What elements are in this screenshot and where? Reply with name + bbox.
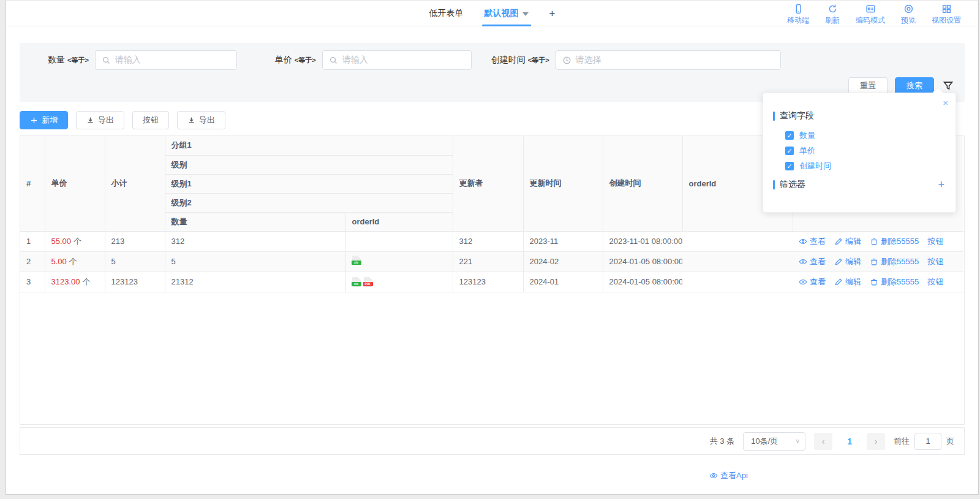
create-time-operator[interactable]: <等于> <box>528 56 549 65</box>
mobile-button[interactable]: 移动端 <box>787 4 809 26</box>
export-button-1[interactable]: 导出 <box>76 111 124 129</box>
checkbox-checked-icon[interactable]: ✓ <box>785 162 794 170</box>
cell-price: 55.00个 <box>45 231 105 251</box>
code-mode-button[interactable]: 编码模式 <box>856 4 885 26</box>
view-settings-label: 视图设置 <box>932 15 961 26</box>
prev-page-button[interactable]: ‹ <box>814 433 832 450</box>
col-header-subtotal[interactable]: 小计 <box>105 136 165 231</box>
delete-link[interactable]: 删除55555 <box>870 256 919 267</box>
excel-file-icon[interactable]: xls <box>352 277 361 287</box>
top-action-icons: 移动端 刷新 编码模式 预览 视图设置 <box>787 4 961 26</box>
create-time-value: 2024-01-05 08:00:00 <box>609 257 683 266</box>
filter-actions: 重置 搜索 <box>29 77 954 94</box>
tab-form-label: 低开表单 <box>429 8 464 19</box>
close-icon[interactable]: × <box>943 98 948 107</box>
col-header-level[interactable]: 级别 <box>165 155 453 174</box>
col-header-update-time[interactable]: 更新时间 <box>523 136 603 231</box>
search-button[interactable]: 搜索 <box>895 77 934 94</box>
delete-label: 删除55555 <box>881 256 919 267</box>
view-link[interactable]: 查看 <box>799 256 826 267</box>
create-time-picker[interactable]: 请选择 <box>556 50 781 70</box>
tab-add[interactable]: + <box>549 1 556 26</box>
goto-page-input[interactable] <box>914 433 941 450</box>
mobile-label: 移动端 <box>787 15 809 26</box>
reset-button-label: 重置 <box>860 80 876 91</box>
delete-label: 删除55555 <box>881 276 919 288</box>
excel-file-icon[interactable]: xls <box>352 256 361 265</box>
checkbox-checked-icon[interactable]: ✓ <box>785 147 794 155</box>
add-tab-label: + <box>549 7 556 20</box>
row-button-link[interactable]: 按钮 <box>927 276 943 288</box>
cell-price: 5.00个 <box>45 251 105 272</box>
section-accent-bar <box>773 112 775 121</box>
view-api-link[interactable]: 查看Api <box>709 470 748 481</box>
edit-label: 编辑 <box>845 256 861 267</box>
page-size-select[interactable]: 10条/页 ∨ <box>743 432 805 451</box>
view-api-label: 查看Api <box>720 470 748 481</box>
edit-label: 编辑 <box>845 276 861 288</box>
refresh-button[interactable]: 刷新 <box>825 4 840 26</box>
row-button-link[interactable]: 按钮 <box>927 236 943 247</box>
field-checkbox-create-time[interactable]: ✓ 创建时间 <box>785 161 946 172</box>
delete-label: 删除55555 <box>881 236 919 247</box>
row-button-label: 按钮 <box>927 276 943 288</box>
price-value: 55.00 <box>51 237 72 246</box>
col-header-order-id-sub[interactable]: orderId <box>345 212 453 231</box>
col-header-create-time[interactable]: 创建时间 <box>603 136 682 231</box>
tab-default-view[interactable]: 默认视图 <box>484 1 529 26</box>
col-header-group1[interactable]: 分组1 <box>165 136 453 155</box>
col-header-level2[interactable]: 级别2 <box>165 193 453 212</box>
col-header-qty[interactable]: 数量 <box>165 212 345 231</box>
export-button-2[interactable]: 导出 <box>177 111 225 129</box>
cell-subtotal: 213 <box>105 231 165 251</box>
create-time-value: 2023-11-01 08:00:00 <box>609 237 683 246</box>
table-row[interactable]: 3 3123.00个 123123 21312 xlsPDF 123123 20… <box>20 272 963 292</box>
edit-link[interactable]: 编辑 <box>834 236 861 247</box>
next-page-button[interactable]: › <box>867 433 885 450</box>
row-button-link[interactable]: 按钮 <box>927 256 943 267</box>
delete-link[interactable]: 删除55555 <box>870 236 919 247</box>
field-checkbox-price[interactable]: ✓ 单价 <box>785 145 946 156</box>
col-header-level1[interactable]: 级别1 <box>165 174 453 193</box>
delete-link[interactable]: 删除55555 <box>870 276 919 288</box>
table-row[interactable]: 2 5.00个 5 5 xls 221 2024-02 2024-01-05 0… <box>20 251 963 272</box>
tab-form[interactable]: 低开表单 <box>429 1 464 26</box>
cell-subtotal: 5 <box>105 251 165 272</box>
table-row[interactable]: 1 55.00个 213 312 312 2023-11 2023-11-01 … <box>20 231 963 251</box>
reset-button[interactable]: 重置 <box>848 77 888 94</box>
view-link[interactable]: 查看 <box>799 276 826 288</box>
chevron-down-icon <box>522 12 529 16</box>
row-button-label: 按钮 <box>927 236 943 247</box>
pdf-file-icon[interactable]: PDF <box>364 277 372 287</box>
cell-qty: 21312 <box>165 272 345 292</box>
col-header-index[interactable]: # <box>20 136 45 231</box>
checkbox-checked-icon[interactable]: ✓ <box>785 131 794 140</box>
eye-icon <box>799 278 807 286</box>
quantity-operator[interactable]: <等于> <box>67 56 89 65</box>
filter-section-title-text: 筛选器 <box>780 179 805 190</box>
edit-link[interactable]: 编辑 <box>834 256 861 267</box>
view-settings-button[interactable]: 视图设置 <box>932 4 961 26</box>
query-field-list: ✓ 数量 ✓ 单价 ✓ 创建时间 <box>785 130 946 172</box>
custom-button[interactable]: 按钮 <box>132 111 169 129</box>
col-header-updater[interactable]: 更新者 <box>453 136 523 231</box>
preview-button[interactable]: 预览 <box>901 4 916 26</box>
view-link[interactable]: 查看 <box>799 236 826 247</box>
quantity-filter-input[interactable]: 请输入 <box>95 50 237 70</box>
filter-group-quantity: 数量 <等于> 请输入 <box>48 50 237 70</box>
price-filter-input[interactable]: 请输入 <box>322 50 472 70</box>
price-operator[interactable]: <等于> <box>295 56 316 65</box>
col-header-price[interactable]: 单价 <box>45 136 105 231</box>
active-tab-underline <box>482 25 531 26</box>
current-page-number[interactable]: 1 <box>847 436 852 446</box>
filter-group-price: 单价 <等于> 请输入 <box>275 50 472 70</box>
filter-section-title: 筛选器 <box>773 179 805 190</box>
add-record-button[interactable]: 新增 <box>20 111 68 129</box>
price-unit: 个 <box>74 237 81 246</box>
add-filter-icon[interactable]: + <box>938 179 944 190</box>
cell-actions: 查看 编辑 删除55555 按钮 <box>793 251 963 272</box>
tab-group: 低开表单 默认视图 + <box>429 1 556 26</box>
edit-link[interactable]: 编辑 <box>834 276 861 288</box>
filter-settings-button[interactable] <box>943 80 954 91</box>
field-checkbox-quantity[interactable]: ✓ 数量 <box>785 130 946 141</box>
